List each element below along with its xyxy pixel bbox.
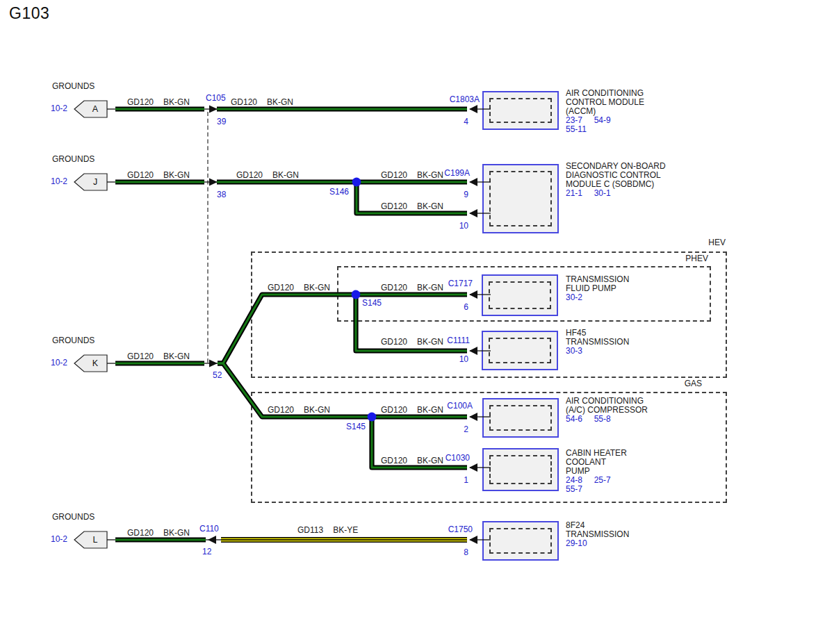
wire-label-kl1: GD120BK-GN (268, 406, 330, 415)
wire-label-l2: GD113BK-YE (297, 526, 358, 535)
wiring-diagram-page: G103 HEV PHEV GAS (0, 0, 834, 644)
ground-connector-a-letter: A (85, 104, 105, 114)
wire-label-a1: GD120BK-GN (127, 98, 190, 107)
module-page-refs[interactable]: 29-10 (566, 539, 629, 548)
splice-label-s145-lower[interactable]: S145 (346, 422, 366, 431)
module-box-tfp (482, 274, 558, 316)
wire-label-ku1: GD120BK-GN (268, 283, 330, 292)
arrow-left-c110 (208, 536, 216, 544)
connector-label-c1111[interactable]: C1111 (421, 336, 470, 345)
module-inner-dashed (489, 455, 552, 484)
module-inner-dashed (489, 338, 551, 363)
module-box-8f24 (482, 521, 559, 561)
arrow-right-c105-row-a (209, 106, 218, 113)
module-text-hf45: HF45 TRANSMISSION 30-3 (566, 329, 629, 356)
arrow-left-c199a-pin10 (469, 209, 477, 217)
pin-number-10-hf45: 10 (441, 355, 468, 364)
module-page-refs[interactable]: 30-2 (566, 293, 629, 302)
module-inner-dashed (489, 281, 551, 309)
module-text-tfp: TRANSMISSION FLUID PUMP 30-2 (566, 275, 629, 302)
region-label-gas: GAS (667, 379, 702, 388)
connector-label-c100a[interactable]: C100A (424, 402, 473, 411)
grounds-label-l: GROUNDS (52, 513, 95, 522)
module-page-refs[interactable]: 21-1 30-1 (566, 189, 666, 198)
page-title: G103 (9, 4, 49, 23)
page-ref-ground-k[interactable]: 10-2 (51, 358, 67, 368)
wire-label-j2: GD120BK-GN (236, 171, 299, 180)
connector-label-c105[interactable]: C105 (206, 94, 226, 103)
module-inner-dashed (489, 98, 552, 123)
module-text-accm: AIR CONDITIONING CONTROL MODULE (ACCM) 2… (566, 89, 644, 134)
pin-number-38: 38 (217, 190, 226, 199)
grounds-label-a: GROUNDS (52, 82, 95, 91)
pin-number-6: 6 (441, 303, 468, 312)
module-box-ac-comp (482, 398, 559, 438)
module-text-ac-comp: AIR CONDITIONING (A/C) COMPRESSOR 54-6 5… (566, 397, 648, 424)
ground-connector-k-letter: K (85, 358, 105, 368)
region-label-hev: HEV (691, 238, 726, 247)
pin-number-10-sobdmc: 10 (441, 222, 468, 231)
connector-c105-dashed-line (207, 112, 208, 363)
grounds-label-j: GROUNDS (52, 155, 95, 164)
wire-label-k1: GD120BK-GN (127, 352, 190, 361)
pin-number-52: 52 (213, 371, 222, 380)
splice-s146-dot (352, 178, 361, 187)
pin-number-39: 39 (217, 117, 226, 126)
wire-label-j1: GD120BK-GN (127, 171, 190, 180)
module-box-cabin-pump (482, 448, 559, 491)
wire-label-a2: GD120BK-GN (231, 98, 293, 107)
ground-connector-j-letter: J (85, 177, 105, 187)
arrow-left-c1803a (469, 105, 477, 113)
module-text-cabin-pump: CABIN HEATER COOLANT PUMP 24-8 25-7 55-7 (566, 449, 627, 494)
page-ref-ground-a[interactable]: 10-2 (51, 104, 67, 113)
module-inner-dashed (489, 528, 552, 554)
module-inner-dashed (489, 405, 552, 431)
module-page-refs[interactable]: 55-11 (566, 125, 644, 134)
module-page-refs[interactable]: 54-6 55-8 (566, 415, 648, 424)
connector-label-c1803a[interactable]: C1803A (431, 95, 480, 104)
pin-number-12: 12 (202, 547, 211, 556)
pin-number-4: 4 (441, 117, 468, 126)
connector-label-c1750[interactable]: C1750 (424, 525, 473, 534)
page-ref-ground-j[interactable]: 10-2 (51, 177, 67, 186)
pin-number-9: 9 (441, 190, 468, 199)
arrow-left-c1750 (469, 536, 477, 544)
grounds-label-k: GROUNDS (52, 336, 95, 345)
module-text-8f24: 8F24 TRANSMISSION 29-10 (566, 521, 629, 548)
wire-label-l1: GD120BK-GN (127, 529, 190, 538)
ground-connector-l-letter: L (85, 535, 105, 545)
splice-label-s145-upper[interactable]: S145 (362, 299, 382, 308)
connector-label-c1030[interactable]: C1030 (421, 454, 470, 463)
module-text-sobdmc: SECONDARY ON-BOARD DIAGNOSTIC CONTROL MO… (566, 162, 666, 198)
page-ref-ground-l[interactable]: 10-2 (51, 535, 67, 544)
pin-number-8: 8 (441, 548, 468, 557)
connector-label-c199a[interactable]: C199A (421, 169, 470, 178)
connector-label-c1717[interactable]: C1717 (424, 279, 473, 288)
module-box-hf45 (482, 331, 558, 370)
module-box-sobdmc (482, 164, 559, 233)
wire-label-j4: GD120BK-GN (381, 202, 443, 211)
splice-label-s146[interactable]: S146 (314, 188, 349, 197)
arrow-right-c105-row-k (209, 360, 218, 368)
pin-number-1: 1 (441, 476, 468, 485)
region-label-phev: PHEV (673, 254, 708, 263)
pin-number-2: 2 (441, 425, 468, 434)
ground-connector-shapes (74, 101, 107, 548)
module-page-refs[interactable]: 30-3 (566, 347, 629, 356)
module-inner-dashed (489, 171, 552, 226)
arrow-right-c105-row-j (209, 179, 218, 186)
module-box-accm (482, 91, 559, 130)
module-page-refs[interactable]: 55-7 (566, 485, 627, 494)
connector-label-c110[interactable]: C110 (199, 525, 219, 534)
arrow-left-c199a-pin9 (469, 178, 477, 186)
